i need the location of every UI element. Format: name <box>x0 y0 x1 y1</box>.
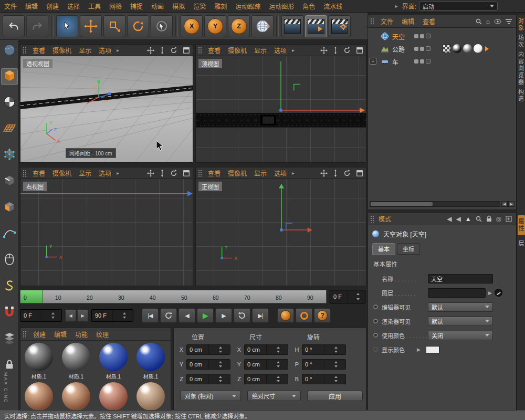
spinner[interactable] <box>324 360 346 369</box>
visibility-dots[interactable] <box>414 34 430 38</box>
viewport-menu-3[interactable]: 选项 <box>270 46 290 55</box>
coord-input[interactable]: 0 cm <box>244 359 288 370</box>
menu-item-3[interactable]: 选择 <box>63 2 84 10</box>
current-frame-field[interactable]: 0 F <box>330 290 365 303</box>
material-menu-1[interactable]: 编辑 <box>50 330 71 339</box>
rotate-icon[interactable] <box>167 47 180 54</box>
coord-input[interactable]: 0 ° <box>302 374 346 384</box>
home-icon[interactable]: ⌂ <box>486 18 490 25</box>
viewport-menu-2[interactable]: 显示 <box>75 169 95 177</box>
use-color-dropdown[interactable]: 关闭 <box>428 331 493 340</box>
spinner[interactable] <box>41 310 62 321</box>
object-label[interactable]: 车 <box>392 57 398 66</box>
menu-item-9[interactable]: 渲染 <box>189 2 210 10</box>
scroll-left-button[interactable]: ◀ <box>501 201 508 207</box>
tool-magnet-snap[interactable] <box>1 304 18 321</box>
target-icon[interactable]: ◎ <box>496 215 501 223</box>
viewport-top[interactable]: 查看摄像机显示选项▸ 顶视图 <box>195 44 366 163</box>
lock-y-axis-button[interactable]: Y <box>204 15 226 37</box>
tab-coordinates[interactable]: 坐标 <box>397 243 420 255</box>
lock-icon[interactable] <box>486 215 492 222</box>
material-tag-icon[interactable] <box>453 44 461 53</box>
layer-expand-icon[interactable]: ▶ <box>488 290 492 296</box>
play-backwards-button[interactable] <box>160 308 177 323</box>
interface-dropdown[interactable]: 启动 <box>419 2 498 10</box>
viewport-menu-1[interactable]: 摄像机 <box>224 169 250 177</box>
viewport-menu-3[interactable]: 选项 <box>270 169 290 177</box>
menu-item-1[interactable]: 编辑 <box>21 2 42 10</box>
spinner[interactable] <box>208 374 230 384</box>
render-settings-button[interactable] <box>329 15 351 37</box>
lock-z-axis-button[interactable]: Z <box>228 15 250 37</box>
autokey-button[interactable]: ? <box>314 308 331 323</box>
panel-tab-0[interactable]: 对象 <box>518 18 525 32</box>
scroll-right-button[interactable]: ▶ <box>508 201 514 207</box>
tool-model-mode[interactable] <box>1 68 18 85</box>
search-icon[interactable] <box>476 18 482 25</box>
om-menu-1[interactable]: 编辑 <box>397 17 418 26</box>
viewport-menu-0[interactable]: 查看 <box>204 46 224 55</box>
zoom-icon[interactable] <box>330 170 341 177</box>
mode-menu[interactable]: 模式 <box>376 214 393 223</box>
spinner[interactable] <box>266 374 288 384</box>
viewport-canvas[interactable]: 正视图 Y X <box>196 179 366 286</box>
add-panel-icon[interactable] <box>506 216 512 222</box>
material-menu-2[interactable]: 功能 <box>71 330 92 339</box>
lock-x-axis-button[interactable]: X <box>181 15 203 37</box>
render-visibility-dropdown[interactable]: 默认 <box>428 317 493 326</box>
visibility-dots[interactable] <box>414 59 430 64</box>
panel-tab-2[interactable]: 内容浏览器 <box>518 51 525 86</box>
coord-mode-dropdown[interactable]: 对象 (相对) <box>180 391 241 401</box>
keyframe-selection-button[interactable] <box>296 308 312 323</box>
maximize-icon[interactable] <box>180 170 193 177</box>
goto-start-button[interactable]: |◀ <box>142 308 159 323</box>
pan-icon[interactable] <box>318 47 330 54</box>
panel-tab-1[interactable]: 场次 <box>518 35 525 48</box>
maximize-icon[interactable] <box>353 170 366 177</box>
rotate-icon[interactable] <box>167 170 180 177</box>
viewport-menu-2[interactable]: 显示 <box>250 46 270 55</box>
live-selection-tool[interactable] <box>56 15 78 37</box>
maximize-icon[interactable] <box>353 47 366 54</box>
tool-points-mode[interactable] <box>1 147 18 164</box>
zoom-icon[interactable] <box>330 47 341 54</box>
coordinate-system-button[interactable] <box>251 15 274 37</box>
material-tag-icon[interactable] <box>463 44 472 53</box>
keyframe-dot[interactable] <box>373 333 378 338</box>
viewport-menu-0[interactable]: 查看 <box>204 169 224 177</box>
menu-item-14[interactable]: 流水线 <box>319 2 346 10</box>
filter-icon[interactable] <box>506 19 512 24</box>
viewport-menu-3[interactable]: 选项 <box>95 169 115 177</box>
viewport-perspective[interactable]: 查看摄像机显示选项▸ 透视视图 Y Z X 网格间距 - <box>20 44 193 163</box>
menu-item-10[interactable]: 雕刻 <box>210 2 231 10</box>
viewport-right[interactable]: 查看摄像机显示选项▸ 右视图 Y X <box>20 167 193 286</box>
viewport-menu-1[interactable]: 摄像机 <box>49 169 75 177</box>
compositing-tag-icon[interactable] <box>443 45 451 53</box>
more-tags-icon[interactable] <box>485 46 489 51</box>
name-input[interactable]: 天空 <box>428 274 493 284</box>
move-tool[interactable] <box>80 15 102 37</box>
zoom-icon[interactable] <box>157 170 167 177</box>
coord-input[interactable]: 0 cm <box>244 344 288 355</box>
panel-tab-3[interactable]: 构造 <box>518 89 525 102</box>
rotate-icon[interactable] <box>341 47 353 54</box>
object-row-0[interactable]: 天空 <box>368 30 516 43</box>
tool-edges-mode[interactable] <box>1 173 18 190</box>
spinner[interactable] <box>324 345 346 354</box>
coord-input[interactable]: 0 cm <box>186 374 230 384</box>
zoom-icon[interactable] <box>157 47 167 54</box>
viewport-menu-0[interactable]: 查看 <box>29 169 49 177</box>
menu-item-12[interactable]: 运动图形 <box>265 2 298 10</box>
pan-icon[interactable] <box>144 47 157 54</box>
scrollbar-thumb[interactable] <box>371 202 433 206</box>
material-item[interactable] <box>134 382 167 411</box>
goto-end-button[interactable]: ▶| <box>252 308 269 323</box>
viewport-canvas[interactable]: 透视视图 Y Z X 网格间距 - 100 cm <box>20 56 193 162</box>
editor-visibility-dropdown[interactable]: 默认 <box>428 302 493 312</box>
coord-input[interactable]: 0 cm <box>244 374 288 384</box>
material-item[interactable]: 材质.1 <box>60 343 92 380</box>
next-frame-button[interactable]: ▶ <box>77 309 88 322</box>
menu-item-0[interactable]: 文件 <box>0 2 21 10</box>
visibility-dots[interactable] <box>414 46 430 51</box>
up-arrow-icon[interactable]: ▲ <box>465 215 471 223</box>
